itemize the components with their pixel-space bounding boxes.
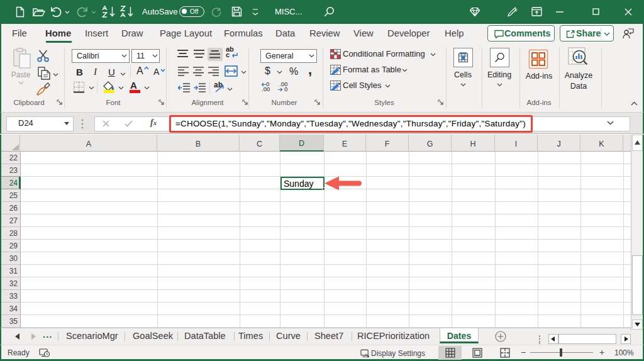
svg-text:23: 23 <box>9 166 18 175</box>
svg-text:27: 27 <box>9 216 18 225</box>
svg-text:29: 29 <box>9 242 18 250</box>
svg-text:35: 35 <box>9 317 18 326</box>
svg-text:24: 24 <box>9 179 18 187</box>
svg-text:31: 31 <box>9 267 18 275</box>
svg-text:28: 28 <box>9 229 18 238</box>
svg-text:32: 32 <box>9 279 18 288</box>
svg-text:26: 26 <box>9 204 18 213</box>
svg-text:22: 22 <box>9 153 18 162</box>
svg-text:33: 33 <box>9 292 18 301</box>
svg-text:30: 30 <box>9 254 18 263</box>
svg-text:34: 34 <box>9 304 18 313</box>
svg-text:25: 25 <box>9 191 18 200</box>
